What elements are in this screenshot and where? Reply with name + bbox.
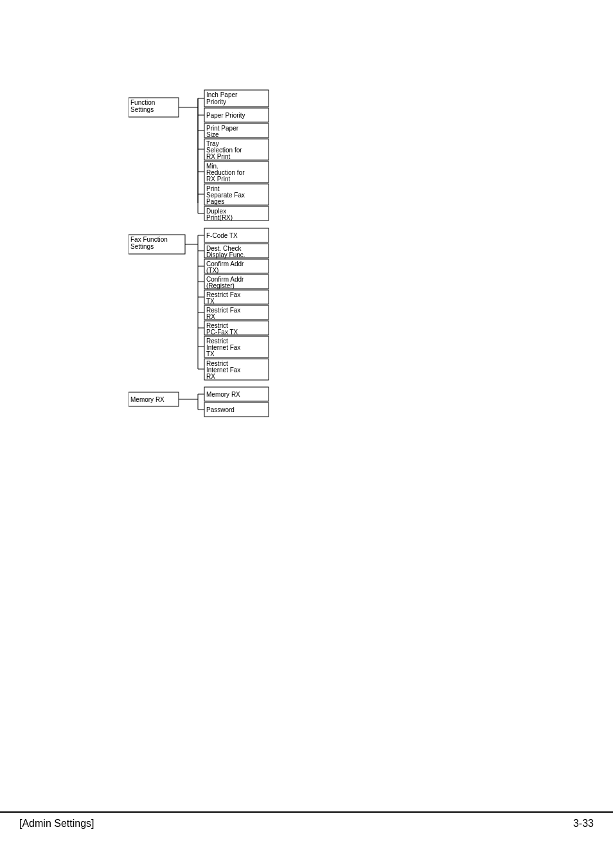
svg-text:Settings: Settings: [130, 243, 154, 250]
svg-text:RX Print: RX Print: [206, 176, 230, 183]
svg-text:RX Print: RX Print: [206, 153, 230, 160]
svg-text:Priority: Priority: [206, 98, 226, 105]
svg-text:RX: RX: [206, 313, 215, 320]
svg-text:(TX): (TX): [206, 267, 218, 274]
svg-text:RX: RX: [206, 373, 215, 380]
svg-text:Settings: Settings: [130, 106, 154, 113]
svg-text:Memory RX: Memory RX: [130, 396, 164, 403]
svg-text:Size: Size: [206, 131, 219, 138]
svg-text:Inch Paper: Inch Paper: [206, 91, 238, 98]
footer-right-label: 3-33: [573, 818, 594, 829]
svg-text:PC-Fax TX: PC-Fax TX: [206, 329, 238, 336]
svg-text:Fax Function: Fax Function: [130, 236, 168, 243]
svg-text:Memory RX: Memory RX: [206, 391, 240, 398]
diagram-svg: Function Settings Inch Paper Priority Pa…: [129, 84, 360, 662]
svg-text:TX: TX: [206, 298, 215, 305]
svg-text:Display Func.: Display Func.: [206, 251, 245, 258]
svg-text:Print(RX): Print(RX): [206, 214, 233, 221]
svg-text:Pages: Pages: [206, 198, 224, 205]
svg-text:(Register): (Register): [206, 282, 235, 289]
svg-text:F-Code TX: F-Code TX: [206, 232, 238, 239]
function-settings-label: Function: [130, 99, 155, 106]
svg-text:TX: TX: [206, 350, 215, 357]
footer: [Admin Settings] 3-33: [0, 811, 613, 829]
page-container: Function Settings Inch Paper Priority Pa…: [0, 0, 613, 868]
svg-text:Paper Priority: Paper Priority: [206, 112, 245, 119]
footer-left-label: [Admin Settings]: [19, 818, 94, 829]
svg-text:Password: Password: [206, 406, 235, 413]
